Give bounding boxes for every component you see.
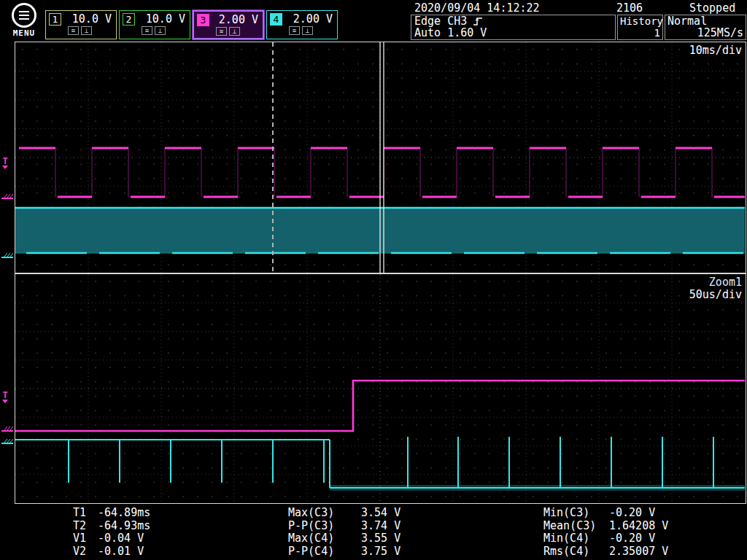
trigger-level-marker-main[interactable]: T [2, 158, 8, 169]
channel-number-badge: 1 [49, 13, 61, 26]
channel-number-badge: 3 [197, 14, 209, 26]
measurement-value: -0.20 V [609, 532, 655, 545]
acquisition-count: 2106 [616, 1, 643, 15]
measurement-value: -0.20 V [609, 507, 655, 520]
history-panel[interactable]: History 1 [617, 15, 663, 40]
trigger-settings-panel[interactable]: Edge CH3 Auto 1.60 V [411, 15, 616, 40]
measurement-label: Mean(C3) [543, 520, 609, 533]
measurement-row: Max(C3)3.54 V [288, 507, 400, 520]
main-waveform-plot [15, 42, 746, 273]
zoom-window-label: Zoom1 [709, 276, 742, 289]
measurement-row: Rms(C4)2.35007 V [543, 545, 668, 559]
oscilloscope-screen: MENU 110.0 V≡⊥210.0 V≡⊥32.00 V≡⊥42.00 V≡… [0, 0, 747, 560]
measurement-label: Max(C4) [288, 532, 361, 545]
acquisition-panel[interactable]: Normal 125MS/s [665, 15, 746, 40]
measurement-label: Rms(C4) [543, 545, 609, 559]
ch4-ground-marker-zoom[interactable] [1, 434, 14, 448]
coupling-icon: ≡ [142, 26, 152, 35]
probe-icon: ⊥ [229, 27, 240, 36]
measurement-label: P-P(C3) [288, 520, 361, 533]
measurement-row: T2-64.93ms [73, 520, 150, 533]
history-value: 1 [620, 27, 660, 39]
sample-rate-label: 125MS/s [667, 27, 743, 39]
measurement-label: V1 [73, 532, 98, 545]
channel-scale-value: 10.0 V [72, 12, 113, 26]
trigger-level-label: Auto 1.60 V [414, 27, 487, 39]
channel-scale-value: 2.00 V [293, 12, 334, 26]
measurement-value: -0.04 V [98, 532, 144, 545]
measurement-value: 1.64208 V [609, 520, 668, 533]
coupling-icon: ≡ [289, 26, 300, 35]
probe-icon: ⊥ [155, 26, 166, 35]
measurement-value: -64.93ms [98, 520, 150, 533]
channel-1-settings[interactable]: 110.0 V≡⊥ [45, 10, 117, 39]
channel-4-settings[interactable]: 42.00 V≡⊥ [266, 10, 338, 39]
zoom-waveform-window[interactable]: Zoom1 50us/div [15, 273, 746, 504]
measurement-label: T1 [73, 507, 98, 520]
stats-measurements-right: Min(C3)-0.20 VMean(C3)1.64208 VMin(C4)-0… [543, 507, 668, 558]
menu-label: MENU [7, 28, 41, 38]
measurement-row: V1-0.04 V [73, 532, 150, 545]
measurement-label: Min(C3) [543, 507, 609, 520]
measurement-value: 2.35007 V [609, 545, 668, 559]
measurement-label: Min(C4) [543, 532, 609, 545]
measurement-value: -0.01 V [98, 545, 144, 559]
datetime-label: 2020/09/04 14:12:22 [414, 1, 540, 15]
ground-symbol-icon [1, 193, 14, 200]
measurement-row: Mean(C3)1.64208 V [543, 520, 668, 533]
ch3-trace-main [19, 148, 745, 197]
measurement-row: Min(C3)-0.20 V [543, 507, 668, 520]
stats-measurements-left: Max(C3)3.54 VP-P(C3)3.74 VMax(C4)3.55 VP… [288, 507, 400, 558]
channel-scale-value: 2.00 V [219, 13, 260, 26]
measurement-value: 3.54 V [361, 507, 400, 520]
ground-symbol-icon [1, 426, 14, 432]
history-label: History [620, 15, 660, 27]
measurement-label: T2 [73, 520, 98, 533]
measurement-value: 3.55 V [361, 532, 400, 545]
zoom-timebase-label: 50us/div [689, 288, 742, 301]
menu-icon [12, 3, 36, 28]
measurement-row: Max(C4)3.55 V [288, 532, 400, 545]
rising-edge-icon [473, 16, 483, 27]
measurement-value: 3.74 V [361, 520, 400, 533]
ch4-zoom-trace [15, 437, 745, 488]
measurement-row: V2-0.01 V [73, 545, 150, 559]
probe-icon: ⊥ [302, 26, 313, 35]
measurement-row: P-P(C4)3.75 V [288, 545, 400, 559]
probe-icon: ⊥ [81, 26, 92, 35]
coupling-icon: ≡ [68, 26, 79, 35]
channel-3-settings[interactable]: 32.00 V≡⊥ [193, 10, 264, 39]
menu-button[interactable]: MENU [7, 3, 41, 38]
channel-2-settings[interactable]: 210.0 V≡⊥ [119, 10, 190, 39]
ground-symbol-icon [1, 438, 14, 445]
trigger-type-label: Edge CH3 [414, 15, 467, 27]
zoom-waveform-plot [15, 274, 746, 503]
ch4-ground-marker-main[interactable] [1, 248, 14, 262]
measurement-label: V2 [73, 545, 98, 559]
main-timebase-label: 10ms/div [689, 44, 742, 57]
cursor-measurements: T1-64.89msT2-64.93msV1-0.04 VV2-0.01 V [73, 507, 150, 558]
run-state-label: Stopped [689, 1, 735, 15]
coupling-icon: ≡ [216, 27, 227, 36]
acquisition-mode-label: Normal [667, 15, 743, 27]
measurement-row: P-P(C3)3.74 V [288, 520, 400, 533]
ch3-ground-marker-main[interactable] [1, 189, 14, 203]
measurement-row: Min(C4)-0.20 V [543, 532, 668, 545]
channel-number-badge: 2 [123, 13, 135, 26]
main-waveform-window[interactable]: 10ms/div [15, 42, 746, 273]
trigger-level-marker-zoom[interactable]: T [2, 392, 8, 403]
measurement-value: 3.75 V [361, 545, 400, 559]
measurement-label: Max(C3) [288, 507, 361, 520]
measurement-row: T1-64.89ms [73, 507, 150, 520]
measurement-value: -64.89ms [98, 507, 150, 520]
measurement-label: P-P(C4) [288, 545, 361, 559]
ground-symbol-icon [1, 252, 14, 259]
channel-scale-value: 10.0 V [146, 12, 187, 26]
channel-number-badge: 4 [270, 13, 282, 26]
